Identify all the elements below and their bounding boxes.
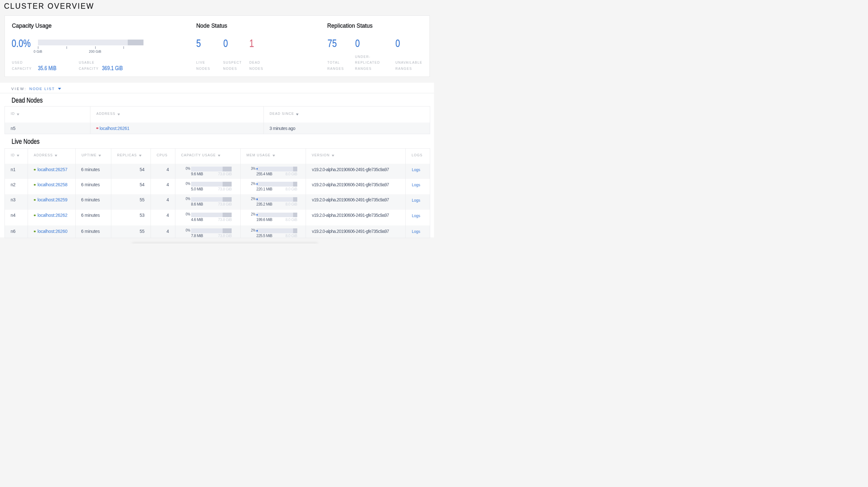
logs-link[interactable]: Logs	[412, 198, 420, 203]
sort-arrow-icon[interactable]	[218, 155, 220, 157]
view-bar: VIEW: NODE LIST	[0, 83, 434, 94]
column-header-replicas[interactable]: REPLICAS	[111, 149, 151, 164]
usage-bar-other	[223, 213, 231, 218]
sort-arrow-icon[interactable]	[273, 155, 275, 157]
live-node-address: localhost:26259	[28, 194, 75, 210]
usage-bar-labels: 220.1 MiB8.0 GiB	[256, 187, 297, 191]
uptime-value: 6 minutes	[75, 210, 111, 226]
usage-used-label: 220.1 MiB	[256, 187, 273, 191]
capacity-usage-cell: 0%7.8 MiB73.8 GiB	[175, 226, 240, 238]
usage-percent: 0%	[178, 167, 190, 170]
dead-since-value: 3 minutes ago	[264, 123, 430, 134]
usage-used-label: 7.8 MiB	[191, 234, 203, 238]
usage-total-label: 8.0 GiB	[285, 202, 297, 206]
column-header-cpus: CPUS	[151, 149, 175, 164]
usage-bar-labels: 235.2 MiB8.0 GiB	[256, 202, 297, 206]
dead-status-dot	[96, 127, 98, 129]
usage-total-label: 8.0 GiB	[285, 218, 297, 222]
usage-bar-other	[223, 182, 231, 187]
live-node-address-link[interactable]: localhost:26260	[38, 229, 68, 233]
usage-bar-track	[191, 197, 232, 202]
live-node-address-link[interactable]: localhost:26257	[38, 167, 68, 172]
replication-value-unavailable-ranges: 0	[395, 38, 400, 49]
sort-arrow-icon[interactable]	[98, 155, 101, 157]
usage-bar-labels: 225.5 MiB8.0 GiB	[256, 234, 297, 238]
usage-used-label: 9.6 MiB	[191, 172, 203, 176]
replication-value-under--replicated-ranges: 0	[355, 38, 360, 49]
view-label: VIEW:	[11, 87, 27, 91]
capacity-usage-cell: 0%5.0 MiB73.8 GiB	[175, 179, 240, 194]
usage-bar-other	[223, 197, 231, 202]
logs-link[interactable]: Logs	[412, 183, 420, 187]
mem-bar-chart: 2%	[241, 194, 306, 202]
column-header-uptime[interactable]: UPTIME	[75, 149, 111, 164]
live-node-id: n1	[5, 164, 28, 179]
sort-arrow-icon[interactable]	[17, 113, 19, 116]
cpus-value: 4	[151, 194, 175, 210]
triangle-down-icon[interactable]	[58, 88, 61, 90]
live-status-dot	[34, 184, 36, 186]
logs-link[interactable]: Logs	[412, 229, 420, 234]
mem-bar-chart: 3%	[241, 164, 306, 171]
live-status-dot	[34, 169, 36, 170]
axis-label-0gib: 0 GiB	[24, 50, 53, 54]
logs-link[interactable]: Logs	[412, 214, 420, 218]
usage-bar-track	[256, 228, 297, 233]
live-nodes-heading-text: Live Nodes	[11, 137, 39, 146]
usage-bar-other	[293, 197, 297, 202]
usage-percent: 0%	[178, 213, 190, 216]
usage-used-label: 225.5 MiB	[256, 234, 273, 238]
column-header-mem-usage[interactable]: MEM USAGE	[240, 149, 306, 164]
column-header-logs: LOGS	[406, 149, 430, 164]
usage-used-label: 8.6 MiB	[191, 202, 203, 206]
replication-status-heading-text: Replication Status	[327, 22, 373, 29]
mem-bar-chart: 2%	[241, 226, 306, 233]
live-nodes-heading: Live Nodes	[11, 137, 47, 144]
cap-bar-chart: 0%	[175, 179, 240, 187]
usage-bar-other	[223, 167, 231, 171]
sort-arrow-icon[interactable]	[139, 155, 142, 157]
column-header-capacity-usage[interactable]: CAPACITY USAGE	[175, 149, 240, 164]
sort-arrow-icon[interactable]	[55, 155, 57, 157]
usage-percent: 0%	[178, 182, 190, 185]
usage-used-label: 235.2 MiB	[256, 202, 273, 206]
usage-bar-used	[256, 168, 258, 170]
live-node-address-link[interactable]: localhost:26259	[38, 197, 68, 202]
capacity-usage-cell: 0%4.6 MiB73.8 GiB	[175, 210, 240, 226]
replicas-value: 55	[111, 194, 151, 210]
usage-used-label: 5.0 MiB	[191, 187, 203, 191]
usage-used-label: 255.4 MiB	[256, 172, 273, 176]
column-header-address[interactable]: ADDRESS	[90, 106, 264, 123]
live-node-address-link[interactable]: localhost:26258	[38, 183, 68, 187]
view-selector[interactable]: NODE LIST	[29, 87, 55, 91]
dead-nodes-table: IDADDRESSDEAD SINCE n5localhost:262613 m…	[4, 106, 430, 134]
usage-total-label: 8.0 GiB	[285, 187, 297, 191]
column-header-version[interactable]: VERSION	[306, 149, 406, 164]
usage-percent: 2%	[243, 197, 255, 201]
live-node-row: n4localhost:262626 minutes5340%4.6 MiB73…	[5, 210, 430, 226]
live-node-address-link[interactable]: localhost:26262	[38, 213, 68, 218]
replicas-value: 55	[111, 226, 151, 238]
live-status-dot	[34, 199, 36, 201]
column-header-id[interactable]: ID	[5, 149, 28, 164]
column-header-dead-since[interactable]: DEAD SINCE	[264, 106, 430, 123]
live-node-address: localhost:26260	[28, 226, 75, 238]
usage-bar-used	[256, 183, 258, 185]
sort-arrow-icon[interactable]	[17, 155, 19, 157]
column-header-id[interactable]: ID	[5, 106, 90, 123]
logs-link[interactable]: Logs	[412, 168, 420, 172]
sort-arrow-icon[interactable]	[332, 155, 334, 157]
node-status-heading: Node Status	[196, 22, 230, 28]
replicas-value: 54	[111, 164, 151, 179]
usage-total-label: 73.8 GiB	[218, 202, 232, 206]
version-value: v19.2.0-alpha.20190606-2491-gfe735c9a97	[306, 226, 406, 238]
dead-node-address: localhost:26261	[90, 123, 264, 134]
horizontal-scrollbar[interactable]	[132, 243, 318, 244]
column-header-address[interactable]: ADDRESS	[28, 149, 75, 164]
sort-arrow-icon[interactable]	[117, 113, 120, 116]
dead-node-address-link[interactable]: localhost:26261	[99, 126, 129, 131]
sort-arrow-icon[interactable]	[296, 113, 299, 116]
node-status-label: LIVENODES	[196, 60, 210, 72]
live-nodes-table: IDADDRESSUPTIMEREPLICASCPUSCAPACITY USAG…	[4, 148, 430, 238]
live-nodes-header-row: IDADDRESSUPTIMEREPLICASCPUSCAPACITY USAG…	[5, 149, 430, 164]
